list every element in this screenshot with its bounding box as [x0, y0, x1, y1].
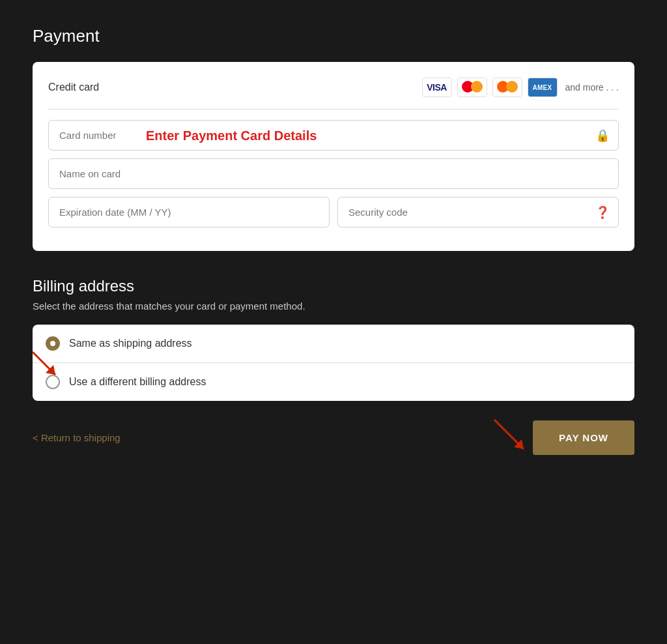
- security-code-input[interactable]: [337, 197, 619, 227]
- mastercard-orange-logo: [492, 78, 522, 97]
- billing-option-different[interactable]: Use a different billing address: [33, 363, 634, 401]
- mastercard-logo: [457, 78, 487, 97]
- billing-title: Billing address: [33, 277, 634, 295]
- expiry-security-row: ❓: [48, 197, 619, 235]
- and-more-text: and more . . .: [565, 82, 619, 93]
- name-on-card-input[interactable]: [48, 158, 619, 189]
- return-to-shipping-link[interactable]: Return to shipping: [33, 432, 121, 443]
- billing-option-different-label: Use a different billing address: [69, 376, 206, 388]
- section-divider: [48, 109, 619, 110]
- card-number-wrapper: Enter Payment Card Details 🔒: [48, 120, 619, 151]
- billing-option-same[interactable]: Same as shipping address: [33, 325, 634, 363]
- expiry-wrapper: [48, 197, 330, 227]
- billing-option-same-label: Same as shipping address: [69, 338, 192, 349]
- name-on-card-wrapper: [48, 158, 619, 189]
- card-number-input[interactable]: [48, 120, 619, 151]
- credit-card-label: Credit card: [48, 81, 99, 93]
- billing-options: Same as shipping address Use a different…: [33, 325, 634, 401]
- card-section-header: Credit card VISA AMEX and more . . .: [48, 78, 619, 97]
- page-title: Payment: [33, 26, 634, 46]
- amex-logo: AMEX: [528, 78, 558, 97]
- mc-circle-right-2: [506, 81, 518, 93]
- arrow1-container: [26, 345, 65, 387]
- arrow1-svg: [26, 345, 65, 385]
- credit-card-section: Credit card VISA AMEX and more . . .: [33, 62, 634, 251]
- help-icon: ❓: [595, 205, 610, 220]
- lock-icon: 🔒: [595, 128, 610, 143]
- billing-section: Billing address Select the address that …: [33, 277, 634, 455]
- card-logos: VISA AMEX and more . . .: [422, 78, 619, 97]
- security-wrapper: ❓: [337, 197, 619, 227]
- billing-subtitle: Select the address that matches your car…: [33, 300, 634, 312]
- expiry-input[interactable]: [48, 197, 330, 227]
- footer-row: Return to shipping PAY NOW: [33, 420, 634, 455]
- mc-circle-right: [471, 81, 483, 93]
- visa-logo: VISA: [422, 78, 452, 97]
- pay-now-button[interactable]: PAY NOW: [533, 420, 634, 455]
